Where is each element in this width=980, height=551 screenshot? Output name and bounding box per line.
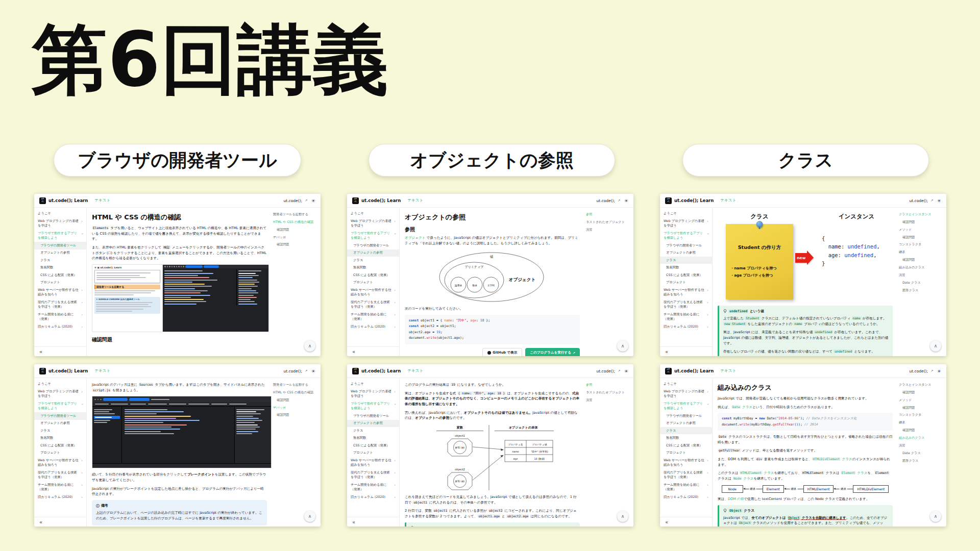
toc-link[interactable]: ネストされたオブジェクト <box>586 390 629 394</box>
sidebar-item[interactable]: Web サーバーが動作する仕組みを知ろう› <box>347 286 399 298</box>
scroll-to-top-button[interactable]: ∧ <box>304 511 315 522</box>
sidebar-item[interactable]: ブラウザで動作するアプリを構築しよう› <box>660 230 712 242</box>
sidebar-item[interactable]: オブジェクトの参照 <box>660 249 712 257</box>
toc-link[interactable]: デバッガ <box>273 235 316 239</box>
theme-toggle-icon[interactable]: ☀ <box>937 198 941 204</box>
toc-link[interactable]: 確認問題 <box>273 398 316 402</box>
sidebar-item[interactable]: クラス <box>34 257 86 264</box>
toc-link[interactable]: 参照 <box>586 383 629 387</box>
sidebar-item[interactable]: 旧カリキュラム (2020)› <box>347 493 399 502</box>
site-external-link[interactable]: ut.code(); <box>596 198 615 203</box>
toc-link[interactable]: HTML や CSS の構造の確認 <box>273 390 316 394</box>
sidebar-item[interactable]: ようこそ <box>34 380 86 388</box>
toc-link[interactable]: 確認問題 <box>899 258 942 262</box>
toc-link[interactable]: 図形クラス <box>899 459 942 463</box>
sidebar-item[interactable]: ようこそ <box>347 380 399 388</box>
sidebar-item[interactable]: チーム開発を始める前に（発展）› <box>34 481 86 493</box>
site-external-link[interactable]: ut.code(); <box>909 369 928 373</box>
toc-link[interactable]: コンストラクタ <box>899 242 942 246</box>
sidebar-item[interactable]: ブラウザで動作するアプリを構築しよう› <box>34 230 86 242</box>
toc-link[interactable]: 確認問題 <box>899 220 942 224</box>
sidebar-item[interactable]: CSS による配置（発展） <box>34 442 86 449</box>
sidebar-collapse-button[interactable]: « <box>352 349 355 355</box>
sidebar-item[interactable]: 無名関数 <box>34 264 86 271</box>
toc-link[interactable]: 演習 <box>899 273 942 277</box>
toc-link[interactable]: メソッド <box>899 398 942 402</box>
sidebar-item[interactable]: Web サーバーが動作する仕組みを知ろう› <box>660 457 712 469</box>
sidebar-item[interactable]: オブジェクトの参照 <box>34 249 86 257</box>
sidebar-item[interactable]: クラス <box>347 257 399 264</box>
toc-link[interactable]: 開発者ツールを起動する <box>273 212 316 216</box>
sidebar-item[interactable]: ブラウザで動作するアプリを構築しよう› <box>347 400 399 412</box>
sidebar-item[interactable]: チーム開発を始める前に（発展）› <box>347 481 399 493</box>
toc-link[interactable]: 確認問題 <box>273 228 316 232</box>
site-external-link[interactable]: ut.code(); <box>596 369 615 373</box>
sidebar-item[interactable]: Web プログラミングの基礎を学ぼう› <box>347 217 399 230</box>
run-program-button[interactable]: このプログラムを実行する↗ <box>525 348 580 356</box>
sidebar-item[interactable]: ブラウザの開発者ツール <box>660 412 712 419</box>
site-nav-text-link[interactable]: テキスト <box>94 368 110 373</box>
sidebar-item[interactable]: ブラウザで動作するアプリを構築しよう› <box>660 400 712 412</box>
sidebar-item[interactable]: ブラウザの開発者ツール <box>347 412 399 419</box>
toc-link[interactable]: 図形クラス <box>899 288 942 292</box>
sidebar-item[interactable]: プロジェクト <box>347 449 399 456</box>
scroll-to-top-button[interactable]: ∧ <box>617 511 628 522</box>
sidebar-item[interactable]: ブラウザの開発者ツール <box>660 242 712 249</box>
github-view-button[interactable]: GitHub で表示 <box>482 348 522 356</box>
sidebar-item[interactable]: CSS による配置（発展） <box>660 271 712 279</box>
sidebar-item[interactable]: ブラウザの開発者ツール <box>347 242 399 249</box>
toc-link[interactable]: 演習 <box>586 398 629 402</box>
sidebar-item[interactable]: 無名関数 <box>347 264 399 271</box>
toc-link[interactable]: 確認問題 <box>899 428 942 432</box>
sidebar-item[interactable]: ブラウザの開発者ツール <box>34 412 86 419</box>
sidebar-item[interactable]: Web プログラミングの基礎を学ぼう› <box>660 217 712 230</box>
toc-link[interactable]: HTML や CSS の構造の確認 <box>273 220 316 224</box>
sidebar-item[interactable]: ようこそ <box>660 210 712 217</box>
sidebar-item[interactable]: 旧カリキュラム (2020)› <box>660 493 712 502</box>
sidebar-item[interactable]: 現代のアプリを支える技術を学ぼう（発展）› <box>347 469 399 481</box>
toc-link[interactable]: メソッド <box>899 228 942 232</box>
scroll-to-top-button[interactable]: ∧ <box>304 340 315 352</box>
sidebar-item[interactable]: 無名関数 <box>660 434 712 441</box>
sidebar-item[interactable]: ブラウザで動作するアプリを構築しよう› <box>34 400 86 412</box>
site-nav-text-link[interactable]: テキスト <box>720 368 736 373</box>
toc-link[interactable]: 演習 <box>899 443 942 447</box>
toc-link[interactable]: 参照 <box>586 212 629 216</box>
sidebar-item[interactable]: 旧カリキュラム (2020)› <box>34 493 86 502</box>
toc-link[interactable]: ネストされたオブジェクト <box>586 220 629 224</box>
theme-toggle-icon[interactable]: ☀ <box>624 368 628 374</box>
sidebar-item[interactable]: 旧カリキュラム (2020)› <box>34 323 86 332</box>
sidebar-item[interactable]: Web プログラミングの基礎を学ぼう› <box>347 388 399 400</box>
sidebar-item[interactable]: プロジェクト <box>34 449 86 456</box>
sidebar-item[interactable]: Web サーバーが動作する仕組みを知ろう› <box>347 457 399 469</box>
sidebar-item[interactable]: オブジェクトの参照 <box>347 249 399 257</box>
sidebar-item[interactable]: 現代のアプリを支える技術を学ぼう（発展）› <box>34 469 86 481</box>
toc-link[interactable]: 確認問題 <box>273 242 316 246</box>
sidebar-item[interactable]: プロジェクト <box>660 279 712 286</box>
site-nav-text-link[interactable]: テキスト <box>407 198 423 203</box>
sidebar-item[interactable]: 現代のアプリを支える技術を学ぼう（発展）› <box>660 298 712 311</box>
theme-toggle-icon[interactable]: ☀ <box>311 198 315 204</box>
theme-toggle-icon[interactable]: ☀ <box>311 368 315 374</box>
scroll-to-top-button[interactable]: ∧ <box>617 340 628 352</box>
sidebar-item[interactable]: 現代のアプリを支える技術を学ぼう（発展）› <box>660 469 712 481</box>
toc-link[interactable]: Date クラス <box>899 281 942 285</box>
toc-link[interactable]: 開発者ツールを起動する <box>273 383 316 387</box>
site-nav-text-link[interactable]: テキスト <box>720 198 736 203</box>
sidebar-item[interactable]: Web サーバーが動作する仕組みを知ろう› <box>34 286 86 298</box>
toc-link[interactable]: コンストラクタ <box>899 413 942 417</box>
sidebar-item[interactable]: 旧カリキュラム (2020)› <box>660 323 712 332</box>
sidebar-item[interactable]: 無名関数 <box>34 434 86 441</box>
toc-link[interactable]: 演習 <box>586 228 629 232</box>
sidebar-item[interactable]: オブジェクトの参照 <box>660 420 712 427</box>
sidebar-item[interactable]: 現代のアプリを支える技術を学ぼう（発展）› <box>347 298 399 311</box>
sidebar-item[interactable]: CSS による配置（発展） <box>34 271 86 279</box>
sidebar-item[interactable]: チーム開発を始める前に（発展）› <box>34 311 86 323</box>
sidebar-item[interactable]: ブラウザの開発者ツール <box>34 242 86 249</box>
sidebar-item[interactable]: オブジェクトの参照 <box>34 420 86 427</box>
sidebar-collapse-button[interactable]: « <box>665 519 668 525</box>
toc-link[interactable]: 確認問題 <box>273 413 316 417</box>
sidebar-item[interactable]: クラス <box>660 427 712 434</box>
theme-toggle-icon[interactable]: ☀ <box>937 368 941 374</box>
sidebar-collapse-button[interactable]: « <box>39 349 42 355</box>
